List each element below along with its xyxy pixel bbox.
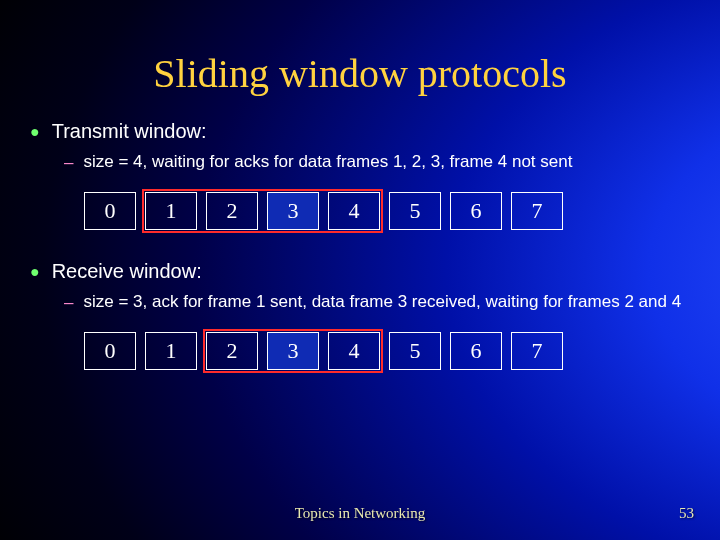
sequence-cell: 0 xyxy=(84,192,136,230)
bullet-receive-text: Receive window: xyxy=(52,260,202,283)
sequence-cell: 7 xyxy=(511,332,563,370)
sequence-cell: 7 xyxy=(511,192,563,230)
dash-icon: – xyxy=(64,292,73,314)
sequence-cell: 5 xyxy=(389,192,441,230)
sequence-cell: 1 xyxy=(145,192,197,230)
bullet-transmit: ● Transmit window: xyxy=(30,120,690,144)
sequence-cell: 6 xyxy=(450,192,502,230)
subbullet-receive-text: size = 3, ack for frame 1 sent, data fra… xyxy=(83,292,681,312)
sequence-cell: 4 xyxy=(328,332,380,370)
dash-icon: – xyxy=(64,152,73,174)
sequence-cell: 1 xyxy=(145,332,197,370)
receive-cells: 01234567 xyxy=(84,332,690,370)
sequence-cell: 6 xyxy=(450,332,502,370)
subbullet-transmit: – size = 4, waiting for acks for data fr… xyxy=(64,152,690,174)
subbullet-transmit-text: size = 4, waiting for acks for data fram… xyxy=(83,152,572,172)
sequence-cell: 0 xyxy=(84,332,136,370)
transmit-row: 01234567 xyxy=(84,192,690,234)
sequence-cell: 3 xyxy=(267,332,319,370)
slide: Sliding window protocols ● Transmit wind… xyxy=(0,0,720,540)
slide-title: Sliding window protocols xyxy=(0,50,720,97)
bullet-transmit-text: Transmit window: xyxy=(52,120,207,143)
sequence-cell: 2 xyxy=(206,192,258,230)
footer-text: Topics in Networking xyxy=(0,505,720,522)
sequence-cell: 5 xyxy=(389,332,441,370)
slide-content: ● Transmit window: – size = 4, waiting f… xyxy=(30,120,690,400)
sequence-cell: 3 xyxy=(267,192,319,230)
bullet-receive: ● Receive window: xyxy=(30,260,690,284)
sequence-cell: 2 xyxy=(206,332,258,370)
bullet-icon: ● xyxy=(30,120,40,144)
receive-row: 01234567 xyxy=(84,332,690,374)
transmit-cells: 01234567 xyxy=(84,192,690,230)
page-number: 53 xyxy=(679,505,694,522)
sequence-cell: 4 xyxy=(328,192,380,230)
subbullet-receive: – size = 3, ack for frame 1 sent, data f… xyxy=(64,292,690,314)
bullet-icon: ● xyxy=(30,260,40,284)
